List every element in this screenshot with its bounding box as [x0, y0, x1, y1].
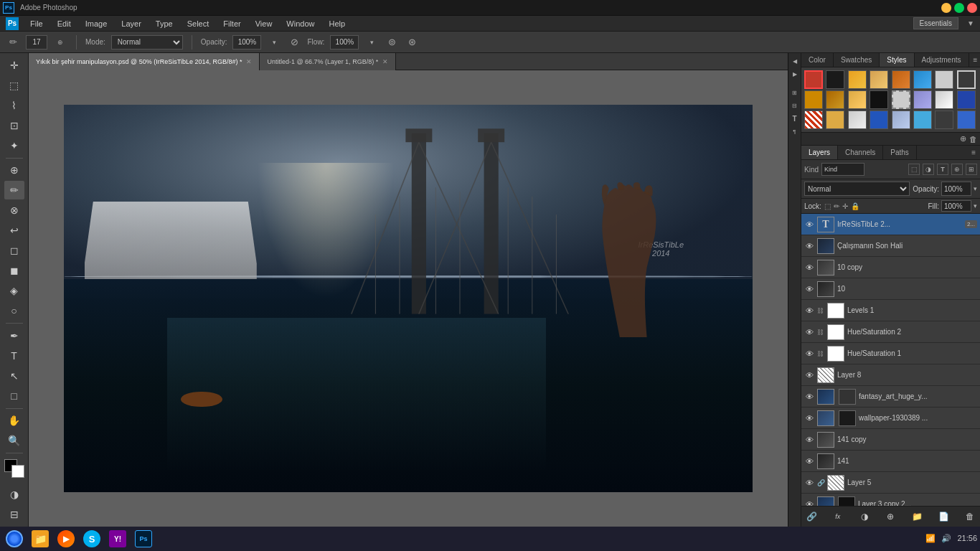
style-swatch-13[interactable]	[892, 90, 910, 109]
layer-11-visibility[interactable]: 👁	[804, 435, 814, 445]
style-swatch-17[interactable]	[804, 110, 823, 129]
style-swatch-18[interactable]	[826, 110, 844, 129]
paragraph-btn[interactable]: ¶	[790, 126, 800, 136]
taskbar-skype[interactable]: S	[80, 529, 103, 549]
layer-2-visibility[interactable]: 👁	[804, 241, 814, 251]
layer-row-12[interactable]: 👁 141	[801, 451, 980, 472]
style-swatch-6[interactable]	[913, 70, 932, 89]
style-swatch-16[interactable]	[957, 90, 976, 109]
color-picker-btn[interactable]: ⊞	[790, 88, 800, 98]
panel-collapse-btn[interactable]: ◀	[790, 56, 800, 66]
selection-tool[interactable]: ⬚	[4, 76, 24, 95]
panel-tab-swatches[interactable]: Swatches	[834, 53, 880, 67]
layer-row-1[interactable]: 👁 T IrReSisTibLe 2... 2...	[801, 214, 980, 235]
layer-4-visibility[interactable]: 👁	[804, 284, 814, 294]
layer-8-visibility[interactable]: 👁	[804, 370, 814, 380]
foreground-background-colors[interactable]	[4, 459, 24, 478]
layer-row-6[interactable]: 👁 ⛓ Hue/Saturation 2	[801, 321, 980, 343]
layer-6-link[interactable]: ⛓	[817, 329, 824, 336]
style-swatch-23[interactable]	[935, 110, 953, 129]
style-swatch-11[interactable]	[848, 90, 867, 109]
panel-tab-styles[interactable]: Styles	[880, 53, 914, 67]
fill-stepper[interactable]: ▾	[974, 202, 977, 209]
type-tool[interactable]: T	[4, 347, 24, 365]
style-swatch-22[interactable]	[913, 110, 932, 129]
opacity-value[interactable]: 100%	[232, 35, 261, 50]
brush-tool[interactable]: ✏	[4, 181, 24, 199]
style-swatch-15[interactable]	[935, 90, 953, 109]
opacity-stepper[interactable]: ▾	[974, 185, 977, 192]
menu-edit[interactable]: Edit	[55, 18, 74, 29]
layers-new-layer-btn[interactable]: 📄	[936, 509, 951, 524]
mode-select[interactable]: Normal	[111, 35, 183, 50]
layers-mask-btn[interactable]: ◑	[857, 509, 872, 524]
layer-10-visibility[interactable]: 👁	[804, 413, 814, 423]
layer-row-8[interactable]: 👁 Layer 8	[801, 364, 980, 386]
lasso-tool[interactable]: ⌇	[4, 96, 24, 115]
menu-layer[interactable]: Layer	[118, 18, 144, 29]
layers-link-btn[interactable]: 🔗	[804, 509, 819, 524]
layers-panel-options-btn[interactable]: ≡	[967, 146, 980, 159]
eyedropper-tool[interactable]: ✦	[4, 136, 24, 155]
layer-12-visibility[interactable]: 👁	[804, 456, 814, 466]
brush-size-input[interactable]: 17	[26, 35, 47, 50]
move-tool[interactable]: ✛	[4, 56, 24, 75]
layer-row-4[interactable]: 👁 10	[801, 278, 980, 300]
layer-row-7[interactable]: 👁 ⛓ Hue/Saturation 1	[801, 343, 980, 364]
style-swatch-20[interactable]	[870, 110, 888, 129]
layer-14-visibility[interactable]: 👁	[804, 499, 814, 507]
quick-mask-mode[interactable]: ◑	[4, 485, 24, 504]
menu-help[interactable]: Help	[326, 18, 348, 29]
menu-filter[interactable]: Filter	[220, 18, 243, 29]
menu-window[interactable]: Window	[283, 18, 317, 29]
style-swatch-7[interactable]	[935, 70, 953, 89]
layer-row-5[interactable]: 👁 ⛓ Levels 1	[801, 300, 980, 321]
airbrush-toggle[interactable]: ⊘	[287, 35, 301, 50]
filter-type-btn[interactable]: T	[937, 164, 948, 175]
taskbar-media[interactable]: ▶	[55, 529, 77, 549]
layers-adjustment-btn[interactable]: ⊕	[883, 509, 897, 524]
style-swatch-1[interactable]	[804, 70, 823, 89]
style-swatch-21[interactable]	[892, 110, 910, 129]
layer-7-visibility[interactable]: 👁	[804, 349, 814, 359]
menu-type[interactable]: Type	[153, 18, 176, 29]
layer-row-9[interactable]: 👁 fantasy_art_huge_y...	[801, 386, 980, 408]
layers-delete-btn[interactable]: 🗑	[963, 509, 977, 524]
auto-erase[interactable]: ⊛	[405, 35, 419, 50]
screen-mode[interactable]: ⊟	[4, 505, 24, 524]
zoom-tool[interactable]: 🔍	[4, 431, 24, 450]
layer-row-13[interactable]: 👁 🔗 Layer 5	[801, 472, 980, 494]
style-swatch-4[interactable]	[870, 70, 888, 89]
layer-row-14[interactable]: 👁 Layer 3 copy 2...	[801, 494, 980, 506]
menu-select[interactable]: Select	[184, 18, 212, 29]
layer-3-visibility[interactable]: 👁	[804, 263, 814, 273]
path-selection-tool[interactable]: ↖	[4, 367, 24, 385]
pen-tool[interactable]: ✒	[4, 326, 24, 345]
maximize-button[interactable]	[954, 3, 964, 13]
lock-position-btn[interactable]: ✛	[842, 202, 848, 210]
style-swatch-14[interactable]	[913, 90, 932, 109]
tab-untitled-close[interactable]: ✕	[382, 58, 388, 65]
brush-tool-icon[interactable]: ✏	[6, 35, 20, 50]
style-swatch-12[interactable]	[870, 90, 888, 109]
style-swatch-8[interactable]	[957, 70, 976, 89]
style-swatch-24[interactable]	[957, 110, 976, 129]
filter-smart-btn[interactable]: ⊞	[966, 164, 977, 175]
type-btn[interactable]: T	[790, 113, 800, 123]
style-swatch-9[interactable]	[804, 90, 823, 109]
style-swatch-3[interactable]	[848, 70, 867, 89]
layer-1-visibility[interactable]: 👁	[804, 220, 814, 230]
lock-transparent-btn[interactable]: ⬚	[824, 202, 831, 210]
blur-tool[interactable]: ◈	[4, 281, 24, 300]
layer-5-link[interactable]: ⛓	[817, 307, 824, 314]
opacity-toggle[interactable]: ▾	[267, 35, 281, 50]
layers-tab-layers[interactable]: Layers	[801, 146, 838, 159]
layers-group-btn[interactable]: 📁	[910, 509, 924, 524]
panel-expand-btn[interactable]: ▶	[790, 69, 800, 79]
layer-5-visibility[interactable]: 👁	[804, 306, 814, 316]
menu-view[interactable]: View	[253, 18, 275, 29]
layer-7-link[interactable]: ⛓	[817, 350, 824, 357]
layers-tab-channels[interactable]: Channels	[838, 146, 883, 159]
layers-fx-btn[interactable]: fx	[831, 509, 845, 524]
minimize-button[interactable]	[941, 3, 951, 13]
